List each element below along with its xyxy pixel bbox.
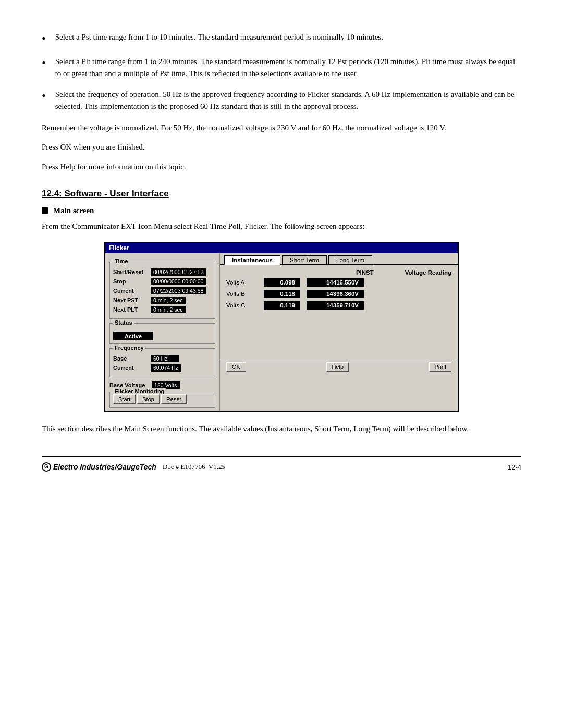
print-button[interactable]: Print xyxy=(429,362,451,372)
dialog-body: Time Start/Reset 00/02/2000 01:27:52 Sto… xyxy=(105,253,458,411)
bullet-text-2: Select a Plt time range from 1 to 240 mi… xyxy=(55,56,521,80)
sub-heading: Main screen xyxy=(42,206,521,215)
field-start-reset: Start/Reset 00/02/2000 01:27:52 xyxy=(113,268,212,276)
field-current: Current 07/22/2003 09:43:58 xyxy=(113,287,212,294)
tab-short-term[interactable]: Short Term xyxy=(282,255,327,264)
pinst-label: PINST xyxy=(356,269,374,276)
field-freq-current: Current 60.074 Hz xyxy=(113,364,212,372)
sub-heading-label: Main screen xyxy=(53,206,94,215)
bullet-dot-1: • xyxy=(42,30,46,47)
val-next-pst: 0 min, 2 sec xyxy=(151,297,186,304)
section-heading: 12.4: Software - User Interface xyxy=(42,189,521,199)
label-next-pst: Next PST xyxy=(113,297,151,303)
voltage-row-a: Volts A 0.098 14416.550V xyxy=(226,278,451,287)
dialog-left-panel: Time Start/Reset 00/02/2000 01:27:52 Sto… xyxy=(105,253,220,411)
closing-para: This section describes the Main Screen f… xyxy=(42,423,521,435)
tab-long-term[interactable]: Long Term xyxy=(328,255,372,264)
val-current: 07/22/2003 09:43:58 xyxy=(151,287,206,294)
footer-page: 12-4 xyxy=(508,463,521,471)
dialog-right-panel: Instantaneous Short Term Long Term PINST… xyxy=(220,253,458,411)
base-voltage-row: Base Voltage 120 Volts xyxy=(109,381,215,389)
voltage-label-c: Volts C xyxy=(226,302,258,309)
val-base-voltage: 120 Volts xyxy=(152,381,180,389)
voltage-pinst-c: 0.119 xyxy=(264,301,300,310)
time-legend: Time xyxy=(113,258,129,264)
help-button[interactable]: Help xyxy=(326,362,349,372)
field-next-pst: Next PST 0 min, 2 sec xyxy=(113,297,212,304)
start-button[interactable]: Start xyxy=(113,394,136,404)
voltage-pinst-b: 0.118 xyxy=(264,290,300,298)
voltage-reading-b: 14396.360V xyxy=(307,290,364,298)
flicker-monitoring-legend: Flicker Monitoring xyxy=(113,388,166,394)
label-next-plt: Next PLT xyxy=(113,306,151,313)
val-freq-base: 60 Hz xyxy=(151,355,179,362)
flicker-monitoring-section: Flicker Monitoring Start Stop Reset xyxy=(109,392,215,408)
para3: Press Help for more information on this … xyxy=(42,161,521,173)
pinst-header: PINST Voltage Reading xyxy=(226,269,451,276)
bullet-dot-2: • xyxy=(42,54,46,72)
field-freq-base: Base 60 Hz xyxy=(113,355,212,362)
label-freq-current: Current xyxy=(113,365,151,371)
status-legend: Status xyxy=(113,319,134,326)
label-current: Current xyxy=(113,288,151,294)
label-stop: Stop xyxy=(113,278,151,285)
reset-button[interactable]: Reset xyxy=(161,394,187,404)
val-stop: 00/00/0000 00:00:00 xyxy=(151,278,206,285)
footer-logo-text: Electro Industries/GaugeTech xyxy=(53,463,156,471)
voltage-reading-c: 14359.710V xyxy=(307,301,364,310)
val-next-plt: 0 min, 2 sec xyxy=(151,306,186,313)
footer-doc: Doc # E107706 V1.25 xyxy=(163,463,225,471)
footer-logo-circle: G xyxy=(42,462,51,472)
voltage-pinst-a: 0.098 xyxy=(264,278,300,287)
frequency-section: Frequency Base 60 Hz Current 60.074 Hz xyxy=(109,348,215,377)
voltage-label-b: Volts B xyxy=(226,291,258,297)
label-base-voltage: Base Voltage xyxy=(109,382,149,388)
voltage-row-c: Volts C 0.119 14359.710V xyxy=(226,301,451,310)
voltage-reading-label: Voltage Reading xyxy=(405,269,451,276)
right-panel-content: PINST Voltage Reading Volts A 0.098 1441… xyxy=(220,265,458,317)
field-next-plt: Next PLT 0 min, 2 sec xyxy=(113,306,212,313)
voltage-row-b: Volts B 0.118 14396.360V xyxy=(226,290,451,298)
bullet-text-1: Select a Pst time range from 1 to 10 min… xyxy=(55,31,383,43)
val-start-reset: 00/02/2000 01:27:52 xyxy=(151,268,206,276)
frequency-legend: Frequency xyxy=(113,344,145,351)
field-stop: Stop 00/00/0000 00:00:00 xyxy=(113,278,212,285)
bullet-list: • Select a Pst time range from 1 to 10 m… xyxy=(42,31,521,113)
flicker-dialog: Flicker Time Start/Reset 00/02/2000 01:2… xyxy=(104,242,459,412)
voltage-label-a: Volts A xyxy=(226,279,258,286)
bullet-item-2: • Select a Plt time range from 1 to 240 … xyxy=(42,56,521,80)
time-section: Time Start/Reset 00/02/2000 01:27:52 Sto… xyxy=(109,262,215,319)
sub-para: From the Communicator EXT Icon Menu sele… xyxy=(42,220,521,232)
dialog-bottom-buttons: OK Help Print xyxy=(220,359,458,375)
ok-button[interactable]: OK xyxy=(226,362,246,372)
tabs-row: Instantaneous Short Term Long Term xyxy=(220,253,458,265)
label-start-reset: Start/Reset xyxy=(113,269,151,275)
bullet-item-1: • Select a Pst time range from 1 to 10 m… xyxy=(42,31,521,47)
bullet-dot-3: • xyxy=(42,87,46,105)
bullet-item-3: • Select the frequency of operation. 50 … xyxy=(42,89,521,113)
status-section: Status Active xyxy=(109,323,215,344)
footer: G Electro Industries/GaugeTech Doc # E10… xyxy=(42,456,521,472)
para2: Press OK when you are finished. xyxy=(42,141,521,153)
voltage-reading-a: 14416.550V xyxy=(307,278,364,287)
label-freq-base: Base xyxy=(113,355,151,362)
footer-logo: G Electro Industries/GaugeTech xyxy=(42,462,156,472)
tab-instantaneous[interactable]: Instantaneous xyxy=(224,255,280,265)
bullet-text-3: Select the frequency of operation. 50 Hz… xyxy=(55,89,521,113)
sub-heading-icon xyxy=(42,207,48,214)
status-value: Active xyxy=(113,332,153,340)
stop-button[interactable]: Stop xyxy=(137,394,160,404)
val-freq-current: 60.074 Hz xyxy=(151,364,181,372)
para1: Remember the voltage is normalized. For … xyxy=(42,122,521,134)
dialog-title-bar: Flicker xyxy=(105,243,458,253)
